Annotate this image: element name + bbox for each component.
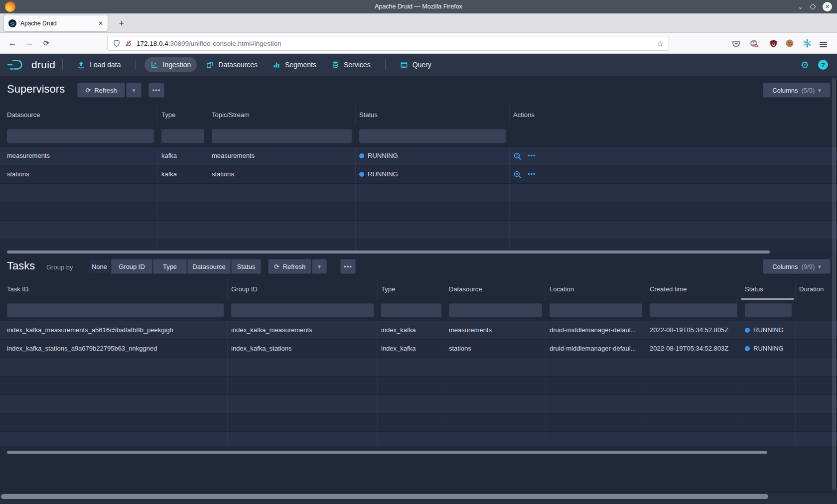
nav-item-services[interactable]: Services xyxy=(325,57,377,72)
help-icon[interactable]: ? xyxy=(818,60,828,70)
extension-colorful-icon[interactable] xyxy=(802,38,813,49)
forward-button[interactable]: → xyxy=(23,37,36,50)
tasks-horizontal-scrollbar[interactable] xyxy=(7,451,767,454)
cell-datasource: measurements xyxy=(445,321,546,339)
group-by-type-button[interactable]: Type xyxy=(153,259,187,274)
column-header-type[interactable]: Type xyxy=(158,105,208,126)
status-badge: RUNNING xyxy=(368,147,398,165)
column-header-created-time[interactable]: Created time xyxy=(646,279,741,300)
cell-status: RUNNING xyxy=(741,321,796,339)
filter-created-time-input[interactable] xyxy=(650,303,737,317)
filter-datasource-input[interactable] xyxy=(7,129,154,143)
empty-row xyxy=(0,413,837,431)
supervisors-columns-button[interactable]: Columns (5/5) ▾ xyxy=(763,83,831,98)
window-close-icon[interactable]: ✕ xyxy=(823,2,832,11)
extension-privacy-icon[interactable] xyxy=(748,38,759,49)
window-maximize-icon[interactable] xyxy=(810,3,816,10)
tasks-table: Task ID Group ID Type Datasource Locatio… xyxy=(0,279,837,446)
row-more-icon[interactable]: ••• xyxy=(528,165,536,183)
cell-datasource: stations xyxy=(0,165,158,183)
task-row: index_kafka_measurements_a5616c5ba8afb8b… xyxy=(0,321,837,339)
row-more-icon[interactable]: ••• xyxy=(528,147,536,165)
pocket-icon[interactable] xyxy=(730,38,741,49)
filter-status-input[interactable] xyxy=(745,303,792,317)
supervisors-refresh-caret-button[interactable]: ▾ xyxy=(126,83,141,98)
new-tab-button[interactable]: + xyxy=(116,17,128,29)
column-header-topic-stream[interactable]: Topic/Stream xyxy=(208,105,356,126)
filter-topic-input[interactable] xyxy=(212,129,352,143)
tasks-refresh-button[interactable]: ⟳ Refresh xyxy=(268,259,311,274)
nav-item-ingestion[interactable]: Ingestion xyxy=(144,57,197,72)
columns-count: (9/9) xyxy=(802,263,815,270)
filter-status-input[interactable] xyxy=(359,129,506,143)
druid-logo[interactable]: druid xyxy=(7,59,55,71)
nav-item-datasources[interactable]: Datasources xyxy=(200,57,264,72)
nav-item-segments[interactable]: Segments xyxy=(267,57,322,72)
column-header-status-sorted[interactable]: Status xyxy=(741,279,796,300)
cell-topic: stations xyxy=(208,165,356,183)
ublock-icon[interactable] xyxy=(768,38,779,49)
group-by-label: Group by xyxy=(46,263,73,271)
window-minimize-icon[interactable]: ⌄ xyxy=(798,3,803,10)
filter-type-input[interactable] xyxy=(381,303,441,317)
filter-task-id-input[interactable] xyxy=(7,303,224,317)
supervisors-horizontal-scrollbar[interactable] xyxy=(7,251,770,253)
supervisors-title: Supervisors xyxy=(7,83,65,96)
group-by-status-button[interactable]: Status xyxy=(231,259,261,274)
supervisors-table-header: Datasource Type Topic/Stream Status Acti… xyxy=(0,105,837,126)
nav-item-load-data[interactable]: Load data xyxy=(71,57,127,72)
supervisors-filter-row xyxy=(0,126,837,146)
column-header-type[interactable]: Type xyxy=(378,279,445,300)
column-header-datasource[interactable]: Datasource xyxy=(445,279,546,300)
shield-icon[interactable] xyxy=(113,39,121,47)
column-header-task-id[interactable]: Task ID xyxy=(0,279,228,300)
group-by-none-button[interactable]: None xyxy=(88,259,111,274)
insecure-lock-icon[interactable] xyxy=(125,39,133,47)
column-header-status[interactable]: Status xyxy=(356,105,510,126)
tab-title: Apache Druid xyxy=(20,20,94,27)
column-header-location[interactable]: Location xyxy=(546,279,646,300)
page-horizontal-scrollbar[interactable] xyxy=(1,494,768,499)
cell-group-id: index_kafka_measurements xyxy=(228,321,378,339)
back-button[interactable]: ← xyxy=(6,37,19,50)
column-header-group-id[interactable]: Group ID xyxy=(228,279,378,300)
detail-magnifier-icon[interactable] xyxy=(513,152,522,160)
cookie-extension-icon[interactable] xyxy=(784,38,795,49)
bookmark-star-icon[interactable]: ☆ xyxy=(657,39,664,48)
refresh-label: Refresh xyxy=(94,87,117,94)
nav-item-label: Datasources xyxy=(218,61,258,69)
window-title: Apache Druid — Mozilla Firefox xyxy=(0,0,837,13)
filter-type-input[interactable] xyxy=(161,129,204,143)
tasks-columns-button[interactable]: Columns (9/9) ▾ xyxy=(763,259,831,274)
browser-toolbar: ← → ⟳ 172.18.0.4:30899/unified-console.h… xyxy=(0,33,837,54)
columns-count: (5/5) xyxy=(802,87,815,94)
tasks-refresh-caret-button[interactable]: ▾ xyxy=(312,259,327,274)
group-by-datasource-button[interactable]: Datasource xyxy=(187,259,231,274)
tab-apache-druid[interactable]: Apache Druid ✕ xyxy=(4,15,108,31)
filter-group-id-input[interactable] xyxy=(231,303,374,317)
status-badge: RUNNING xyxy=(753,321,784,339)
tab-close-icon[interactable]: ✕ xyxy=(98,20,103,27)
tasks-more-button[interactable]: ••• xyxy=(340,259,356,274)
more-icon: ••• xyxy=(344,263,352,270)
filter-datasource-input[interactable] xyxy=(449,303,542,317)
supervisors-more-button[interactable]: ••• xyxy=(148,83,164,98)
column-header-datasource[interactable]: Datasource xyxy=(0,105,158,126)
group-by-group-id-button[interactable]: Group ID xyxy=(111,259,152,274)
supervisors-refresh-button[interactable]: ⟳ Refresh xyxy=(77,83,125,98)
url-bar[interactable]: 172.18.0.4:30899/unified-console.html#in… xyxy=(107,36,669,51)
hamburger-menu-icon[interactable] xyxy=(820,38,831,49)
detail-magnifier-icon[interactable] xyxy=(513,170,522,179)
status-dot-icon xyxy=(359,153,364,158)
nav-item-query[interactable]: Query xyxy=(394,57,437,72)
settings-gear-icon[interactable]: ⚙ xyxy=(801,59,809,70)
more-icon: ••• xyxy=(152,87,161,94)
column-header-duration[interactable]: Duration xyxy=(796,279,837,300)
page-vertical-scrollbar[interactable] xyxy=(832,78,836,490)
nav-item-label: Ingestion xyxy=(163,61,191,69)
url-path: :30899/unified-console.html#ingestion xyxy=(168,40,281,47)
reload-button[interactable]: ⟳ xyxy=(40,37,53,50)
columns-label: Columns xyxy=(772,263,798,270)
filter-location-input[interactable] xyxy=(550,303,642,317)
tab-favicon-icon xyxy=(8,19,16,27)
